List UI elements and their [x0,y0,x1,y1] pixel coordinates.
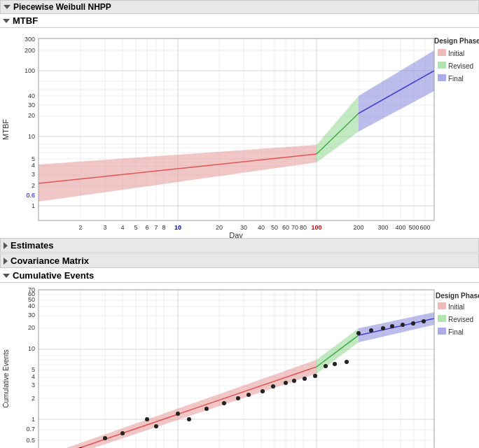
y-tick-40: 40 [28,92,35,99]
y-tick-4: 4 [32,162,35,169]
cum-legend-revised-box [438,315,446,322]
y-tick-20: 20 [28,112,35,119]
x-tick-70: 70 [291,224,298,231]
data-point [324,364,328,368]
covariance-header[interactable]: Covariance Matrix [0,253,479,268]
data-point [204,407,209,411]
cum-legend-initial: Initial [448,303,464,311]
x-tick-80: 80 [300,224,307,231]
mtbf-header[interactable]: MTBF [0,14,479,28]
x-tick-10: 10 [174,224,181,231]
cum-y-70: 70 [28,286,35,293]
data-point [145,417,149,421]
legend-revised-label: Revised [448,62,473,70]
legend-title: Design Phase [434,37,479,45]
cum-y-4: 4 [32,373,35,380]
data-point [120,431,125,435]
data-point [345,360,349,364]
y-tick-100: 100 [25,67,35,74]
data-point [176,412,180,416]
y-tick-30: 30 [28,102,35,108]
legend-initial-box [438,49,446,56]
mtbf-label: MTBF [13,15,38,26]
cum-y-5: 5 [32,366,35,373]
data-point [381,326,385,330]
cumulative-chart: Cumulative Events 0.2 0.3 0.5 0.7 1 2 3 … [0,283,479,448]
cumulative-label: Cumulative Events [13,270,94,281]
y-tick-5: 5 [32,155,35,162]
cum-y-0p5: 0.5 [26,437,35,444]
estimates-header[interactable]: Estimates [0,238,479,253]
legend-final-label: Final [448,75,464,83]
y-tick-300: 300 [25,36,35,43]
x-tick-6: 6 [145,224,148,231]
cumulative-chart-container: Cumulative Events 0.2 0.3 0.5 0.7 1 2 3 … [0,283,479,448]
main-container: Piecewise Weibull NHPP MTBF [0,0,479,448]
legend-revised-box [438,62,446,69]
x-tick-500: 500 [408,224,419,231]
x-tick-5: 5 [134,224,137,231]
cumulative-collapse-icon [3,274,10,278]
cum-legend-final-box [438,328,446,335]
covariance-collapse-icon [4,258,8,265]
main-collapse-icon [4,5,11,9]
y-tick-2: 2 [32,182,35,189]
x-tick-100: 100 [311,224,321,231]
cum-y-0p7: 0.7 [26,426,35,433]
main-title: Piecewise Weibull NHPP [13,2,111,12]
cum-y-20: 20 [28,324,35,331]
x-tick-4: 4 [120,224,124,231]
cum-legend-final: Final [448,328,464,336]
data-point [292,379,296,383]
cum-y-10: 10 [28,345,35,352]
estimates-collapse-icon [4,242,8,249]
data-point [236,396,240,400]
data-point [261,389,265,393]
x-tick-30: 30 [240,224,247,231]
y-tick-3: 3 [32,171,35,178]
x-tick-7: 7 [154,224,158,231]
data-point [401,323,405,327]
x-tick-200: 200 [353,224,363,231]
cum-legend-title: Design Phase [436,292,479,300]
data-point [411,321,415,326]
mtbf-chart: MTBF 1 0.6 2 3 4 5 10 20 30 40 100 200 3… [0,28,479,238]
data-point [247,393,251,397]
data-point [222,401,226,405]
x-tick-20: 20 [216,224,223,231]
data-point [390,324,394,328]
data-point [154,424,158,428]
main-title-bar[interactable]: Piecewise Weibull NHPP [0,0,479,14]
data-point [187,417,191,421]
legend-final-box [438,74,446,81]
data-point [303,377,307,381]
data-point [103,436,107,440]
mtbf-chart-container: MTBF 1 0.6 2 3 4 5 10 20 30 40 100 200 3… [0,28,479,238]
y-tick-200: 200 [25,47,35,54]
cum-legend-initial-box [438,302,446,309]
x-tick-60: 60 [282,224,289,231]
mtbf-collapse-icon [3,19,10,23]
cum-y-1: 1 [32,416,35,423]
covariance-label: Covariance Matrix [11,255,89,266]
x-tick-400: 400 [395,224,405,231]
data-point [356,331,361,335]
x-tick-50: 50 [271,224,278,231]
y-tick-1: 1 [32,202,35,209]
data-point [333,362,337,366]
cum-y-30: 30 [28,312,35,318]
cum-y-label: Cumulative Events [2,349,10,407]
estimates-label: Estimates [11,240,53,251]
x-axis-label: Day [229,231,243,238]
x-tick-300: 300 [377,224,388,231]
mtbf-y-label: MTBF [1,119,10,140]
y-tick-0p6: 0.6 [26,192,35,199]
data-point [422,319,426,323]
cum-y-40: 40 [28,302,35,309]
x-tick-8: 8 [162,224,165,231]
cum-legend-revised: Revised [448,316,473,323]
cumulative-header[interactable]: Cumulative Events [0,269,479,283]
svg-rect-48 [39,290,434,448]
legend-initial-label: Initial [448,50,464,57]
data-point [369,328,373,332]
